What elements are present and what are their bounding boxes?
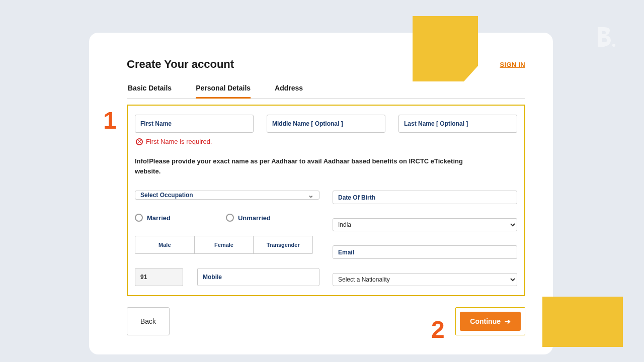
form-box: First Name Middle Name [ Optional ] Last… — [127, 105, 525, 296]
gender-male[interactable]: Male — [135, 236, 195, 253]
married-label: Married — [147, 214, 171, 222]
radio-icon — [135, 214, 143, 222]
chevron-down-icon: ⌄ — [308, 191, 314, 199]
first-name-input[interactable]: First Name — [135, 115, 254, 133]
annotation-step-1: 1 — [103, 107, 117, 134]
occupation-label: Select Occupation — [140, 192, 193, 199]
annotation-arrow-2-icon — [542, 297, 623, 347]
unmarried-radio[interactable]: Unmarried — [226, 214, 271, 222]
mobile-row: 91 Mobile — [135, 268, 319, 286]
signin-link[interactable]: SIGN IN — [500, 61, 526, 68]
unmarried-label: Unmarried — [238, 214, 271, 222]
name-row: First Name Middle Name [ Optional ] Last… — [135, 115, 517, 133]
annotation-arrow-1-icon — [413, 16, 478, 81]
middle-name-input[interactable]: Middle Name [ Optional ] — [267, 115, 385, 133]
occupation-select[interactable]: Select Occupation ⌄ — [135, 191, 319, 200]
mobile-input[interactable]: Mobile — [197, 268, 319, 286]
gender-group: Male Female Transgender — [135, 236, 313, 254]
error-text: First Name is required. — [146, 138, 212, 145]
country-code-input[interactable]: 91 — [135, 268, 183, 286]
tab-address[interactable]: Address — [275, 80, 303, 99]
last-name-input[interactable]: Last Name [ Optional ] — [398, 115, 517, 133]
gender-female[interactable]: Female — [195, 236, 254, 253]
country-select[interactable]: India — [333, 218, 517, 232]
first-name-error: ✕ First Name is required. — [136, 138, 517, 145]
radio-icon — [226, 214, 234, 222]
svg-point-0 — [612, 44, 615, 47]
tab-basic-details[interactable]: Basic Details — [128, 80, 172, 99]
gender-transgender[interactable]: Transgender — [254, 236, 312, 253]
page-title: Create Your account — [127, 58, 234, 71]
continue-highlight: Continue ➔ — [455, 307, 525, 335]
annotation-step-2: 2 — [431, 316, 445, 343]
action-row: Back Continue ➔ — [127, 307, 525, 335]
married-radio[interactable]: Married — [135, 214, 171, 222]
tab-personal-details[interactable]: Personal Details — [196, 80, 251, 99]
back-button[interactable]: Back — [127, 307, 170, 335]
email-input[interactable]: Email — [333, 245, 517, 259]
nationality-select[interactable]: Select a Nationality — [333, 273, 517, 287]
marital-status-group: Married Unmarried — [135, 214, 319, 222]
arrow-right-icon: ➔ — [505, 317, 511, 325]
continue-label: Continue — [470, 317, 501, 325]
dob-input[interactable]: Date Of Birth — [333, 191, 517, 204]
tab-bar: Basic Details Personal Details Address — [127, 80, 525, 99]
continue-button[interactable]: Continue ➔ — [460, 312, 521, 331]
error-icon: ✕ — [136, 138, 143, 145]
aadhaar-info: Info!Please provide your exact name as p… — [135, 156, 477, 176]
signup-card: Create Your account SIGN IN Basic Detail… — [89, 33, 553, 354]
brand-logo-icon — [594, 25, 618, 49]
